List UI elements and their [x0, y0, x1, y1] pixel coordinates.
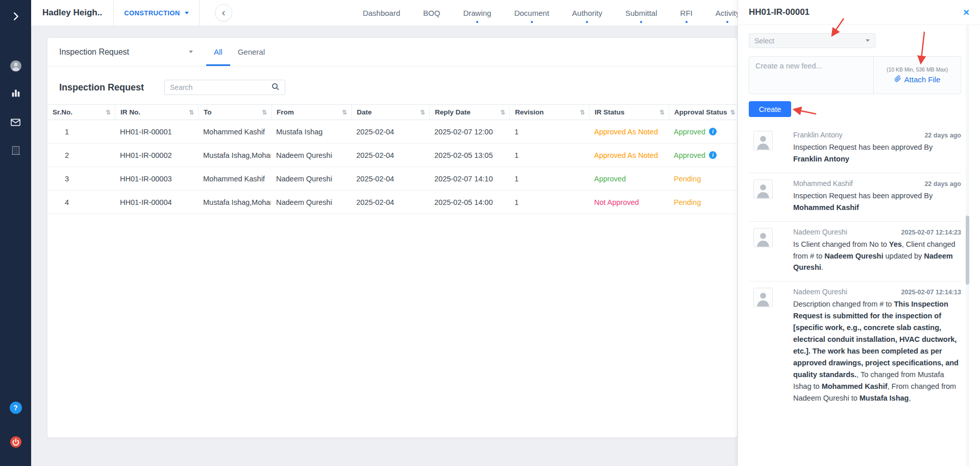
feed-type-select[interactable]: Select — [749, 33, 875, 48]
attach-size-hint: (10 KB Min, 536 MB Max) — [887, 66, 948, 73]
nav-notification-dot — [726, 21, 728, 23]
feed-timestamp: 22 days ago — [924, 132, 961, 139]
sidebar-help-button[interactable]: ? — [0, 397, 31, 419]
feed-content: Nadeem Qureshi2025-02-07 12:14:23Is Clie… — [793, 228, 961, 274]
power-icon — [10, 436, 22, 450]
table-row[interactable]: 3HH01-IR-00003Mohammed KashifNadeem Qure… — [47, 167, 737, 191]
cell: 1 — [47, 128, 115, 136]
table-row[interactable]: 2HH01-IR-00002Mustafa Ishag,Mohammed Kas… — [47, 144, 737, 167]
sidebar-item-profile[interactable] — [0, 56, 31, 78]
sidebar-item-mail[interactable] — [0, 112, 31, 134]
info-icon[interactable]: i — [709, 151, 717, 159]
chevron-left-icon: ‹ — [222, 7, 226, 17]
cell-approval-status: Pending — [669, 198, 737, 206]
sort-icon[interactable]: ⇅ — [342, 109, 347, 116]
sort-icon[interactable]: ⇅ — [730, 109, 736, 116]
nav-item-activity[interactable]: Activity — [716, 9, 738, 17]
column-header-approval-status[interactable]: Approval Status⇅ — [669, 105, 737, 120]
top-nav: DashboardBOQDrawingDocumentAuthoritySubm… — [363, 0, 738, 26]
scrollbar-thumb[interactable] — [966, 216, 969, 285]
panel-title: HH01-IR-00001 — [749, 7, 810, 17]
column-header-ir-status[interactable]: IR Status⇅ — [589, 105, 669, 120]
sort-icon[interactable]: ⇅ — [106, 109, 111, 116]
ir-status-text: Approved As Noted — [594, 128, 658, 136]
nav-item-dashboard[interactable]: Dashboard — [363, 9, 400, 17]
nav-item-boq[interactable]: BOQ — [423, 9, 440, 17]
close-icon[interactable]: ✕ — [963, 8, 970, 17]
entity-select-value: Inspection Request — [59, 48, 129, 57]
feed-list: Franklin Antony22 days agoInspection Req… — [749, 125, 961, 412]
approval-status-text: Approved — [674, 128, 705, 136]
topbar: Hadley Heigh.. CONSTRUCTION DashboardBOQ… — [31, 0, 738, 26]
list-header: Inspection Request — [47, 66, 737, 104]
ir-status-text: Approved As Noted — [594, 151, 658, 159]
nav-item-document[interactable]: Document — [514, 9, 549, 17]
table-row[interactable]: 4HH01-IR-00004Mustafa Ishag,Mohammed Kas… — [47, 191, 737, 214]
sort-icon[interactable]: ⇅ — [500, 109, 505, 116]
module-select-label: CONSTRUCTION — [124, 9, 180, 17]
module-select[interactable]: CONSTRUCTION — [114, 0, 200, 26]
column-header-date[interactable]: Date⇅ — [351, 105, 429, 120]
feed-item: Nadeem Qureshi2025-02-07 12:14:23Is Clie… — [749, 222, 961, 282]
cell: 2025-02-04 — [351, 151, 429, 159]
cell: 1 — [509, 128, 589, 136]
nav-item-drawing[interactable]: Drawing — [463, 9, 491, 17]
create-button[interactable]: Create — [749, 101, 791, 117]
feed-item: Franklin Antony22 days agoInspection Req… — [749, 125, 961, 173]
column-label: IR Status — [595, 108, 625, 116]
nav-item-rfi[interactable]: RFI — [680, 9, 693, 17]
tab-general[interactable]: General — [230, 38, 273, 66]
nav-item-authority[interactable]: Authority — [572, 9, 602, 17]
avatar — [753, 228, 773, 247]
sort-icon[interactable]: ⇅ — [420, 109, 425, 116]
search-icon[interactable] — [271, 82, 280, 93]
feed-item: Mohammed Kashif22 days agoInspection Req… — [749, 173, 961, 222]
new-feed-input[interactable] — [749, 57, 874, 94]
sort-icon[interactable]: ⇅ — [189, 109, 194, 116]
bar-chart-icon — [10, 87, 21, 101]
feed-content: Franklin Antony22 days agoInspection Req… — [793, 131, 961, 165]
nav-item-submittal[interactable]: Submittal — [625, 9, 657, 17]
chevron-down-icon — [185, 12, 189, 14]
column-header-to[interactable]: To⇅ — [198, 105, 271, 120]
search-input[interactable] — [170, 83, 271, 91]
content-area: Inspection Request AllGeneral Inspection… — [31, 26, 738, 466]
sort-icon[interactable]: ⇅ — [262, 109, 267, 116]
sidebar-logout-button[interactable] — [0, 432, 31, 454]
mail-icon — [10, 116, 21, 130]
column-header-sr-no[interactable]: Sr.No.⇅ — [47, 105, 115, 120]
sidebar-item-projects[interactable] — [0, 140, 31, 162]
feed-author: Nadeem Qureshi — [793, 288, 847, 296]
sort-icon[interactable]: ⇅ — [659, 109, 665, 116]
entity-select[interactable]: Inspection Request — [59, 38, 193, 66]
attach-file-button[interactable]: Attach File — [894, 75, 941, 84]
sidebar-expand-button[interactable] — [0, 6, 31, 29]
cell: Nadeem Qureshi — [271, 151, 351, 159]
column-header-reply-date[interactable]: Reply Date⇅ — [429, 105, 509, 120]
column-header-revision[interactable]: Revision⇅ — [509, 105, 589, 120]
cell: Mustafa Ishag — [271, 128, 351, 136]
chevron-down-icon — [866, 39, 870, 42]
collapse-button[interactable]: ‹ — [215, 4, 232, 21]
cell: HH01-IR-00003 — [115, 175, 198, 183]
feed-type-select-value: Select — [754, 37, 774, 45]
tab-all[interactable]: All — [206, 38, 230, 66]
paperclip-icon — [894, 75, 901, 84]
sort-icon[interactable]: ⇅ — [580, 109, 585, 116]
feed-text: Inspection Request has been approved By … — [793, 142, 961, 165]
column-label: Date — [357, 108, 372, 116]
feed-timestamp: 2025-02-07 12:14:13 — [901, 289, 961, 296]
info-icon[interactable]: i — [709, 128, 717, 135]
sidebar-item-reports[interactable] — [0, 83, 31, 105]
cell: 2025-02-04 — [351, 198, 429, 206]
cell-ir-status: Approved — [589, 175, 669, 183]
ir-status-text: Not Approved — [594, 198, 639, 206]
inspection-request-card: Inspection Request AllGeneral Inspection… — [47, 37, 738, 438]
column-header-ir-no[interactable]: IR No.⇅ — [115, 105, 198, 120]
column-header-from[interactable]: From⇅ — [271, 105, 351, 120]
cell: 2025-02-05 14:00 — [429, 198, 509, 206]
table-row[interactable]: 1HH01-IR-00001Mohammed KashifMustafa Ish… — [47, 120, 737, 144]
approval-status-text: Approved — [674, 151, 705, 159]
table-body: 1HH01-IR-00001Mohammed KashifMustafa Ish… — [47, 120, 737, 214]
feed-text: Inspection Request has been approved By … — [793, 190, 961, 214]
